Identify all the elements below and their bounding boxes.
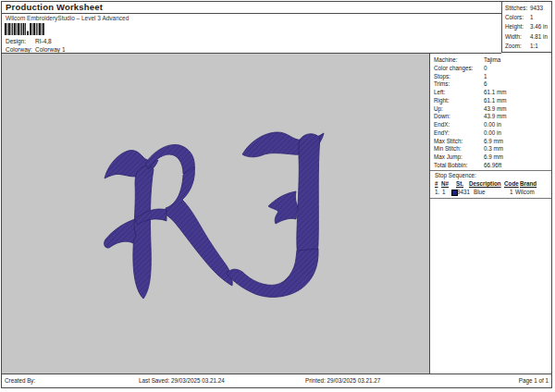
info-row-total-bobbin: Total Bobbin:66.96ft: [430, 162, 551, 170]
info-row-max-stitch: Max Stitch:6.9 mm: [430, 138, 551, 146]
stop-sequence-row: 1. 1 9431 Blue 1 Wilcom: [430, 189, 551, 197]
page-number: Page 1 of 1: [519, 374, 549, 386]
info-row-stops: Stops:1: [430, 73, 551, 81]
stop-sequence-divider: [430, 170, 551, 171]
created-by-label: Created By:: [5, 374, 35, 386]
colorway-row: Colorway:Colorway 1: [6, 46, 66, 53]
width-label: Width:: [505, 32, 522, 42]
zoom-label: Zoom:: [505, 42, 522, 51]
design-label: Design:: [6, 38, 35, 44]
summary-row-width: Width:4.81 in: [502, 32, 551, 42]
colorway-value: Colorway 1: [35, 46, 66, 53]
width-value: 4.81 in: [530, 32, 548, 42]
machine-info-panel: Machine:Tajima Color changes:0 Stops:1 T…: [430, 54, 551, 374]
colorway-label: Colorway:: [6, 46, 35, 53]
info-row-right: Right:61.1 mm: [430, 97, 551, 105]
printed-text: Printed: 29/03/2025 03.21.27: [305, 374, 380, 386]
stitch-texture: [105, 132, 324, 299]
stop-sequence-header: # N# St. Description Code Brand: [430, 180, 551, 188]
col-code: Code: [504, 180, 519, 187]
barcode: [5, 23, 44, 35]
design-canvas: [2, 54, 430, 374]
colors-label: Colors:: [505, 13, 524, 22]
design-row: Design:RI-4,8: [6, 38, 52, 44]
info-row-max-jump: Max Jump:6.9 mm: [430, 153, 551, 162]
col-brand: Brand: [520, 180, 536, 187]
info-row-machine: Machine:Tajima: [430, 56, 551, 65]
info-row-down: Down:43.9 mm: [430, 113, 551, 121]
colors-value: 1: [530, 13, 534, 22]
info-row-min-stitch: Min Stitch:0.3 mm: [430, 145, 551, 153]
height-value: 3.46 in: [530, 22, 548, 31]
col-description: Description: [469, 180, 501, 187]
summary-row-zoom: Zoom:1:1: [502, 42, 551, 51]
production-worksheet-page: Production Worksheet Wilcom EmbroiderySt…: [1, 1, 552, 388]
col-n: N#: [441, 180, 449, 187]
embroidery-design-rj-monogram: [94, 121, 326, 311]
footer-bar: Created By: Last Saved: 29/03/2025 03.21…: [2, 374, 551, 387]
info-row-trims: Trims:6: [430, 80, 551, 89]
info-row-endx: EndX:0.00 in: [430, 121, 551, 129]
header-section: Production Worksheet Wilcom EmbroiderySt…: [2, 2, 501, 54]
page-title: Production Worksheet: [2, 2, 501, 14]
info-row-endy: EndY:0.00 in: [430, 129, 551, 138]
last-saved-text: Last Saved: 29/03/2025 03.21.24: [139, 374, 225, 386]
summary-row-colors: Colors:1: [502, 13, 551, 22]
info-row-up: Up:43.9 mm: [430, 105, 551, 114]
height-label: Height:: [505, 22, 524, 31]
app-subtitle: Wilcom EmbroideryStudio – Level 3 Advanc…: [6, 15, 129, 21]
summary-box: Stitches:9433 Colors:1 Height:3.46 in Wi…: [501, 2, 551, 53]
col-num: #: [435, 180, 438, 187]
summary-row-height: Height:3.46 in: [502, 22, 551, 31]
stitches-value: 9433: [530, 4, 543, 13]
machine-info-list: Machine:Tajima Color changes:0 Stops:1 T…: [430, 56, 551, 170]
summary-row-stitches: Stitches:9433: [502, 4, 551, 13]
design-value: RI-4,8: [35, 38, 52, 44]
stitches-label: Stitches:: [505, 4, 527, 13]
zoom-value: 1:1: [530, 42, 538, 51]
info-row-color-changes: Color changes:0: [430, 65, 551, 73]
stop-sequence-bottom-rule: [430, 198, 551, 199]
info-row-left: Left:61.1 mm: [430, 89, 551, 97]
stop-sequence-title: Stop Sequence:: [435, 172, 476, 178]
col-st: St.: [456, 180, 463, 187]
